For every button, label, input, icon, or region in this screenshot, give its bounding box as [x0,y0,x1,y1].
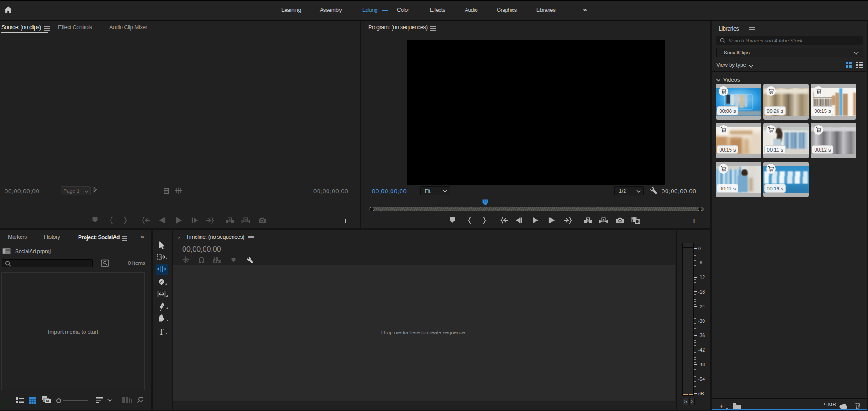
svg-text:T: T [159,327,164,337]
